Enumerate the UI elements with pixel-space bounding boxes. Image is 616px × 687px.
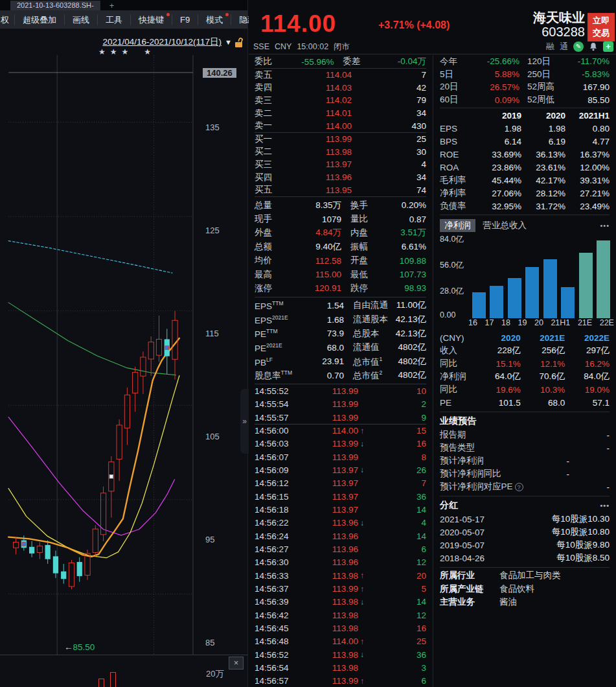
return-value: 5.88%: [466, 69, 519, 79]
metric-label: BPS: [440, 137, 477, 146]
forecast-value: -: [607, 443, 610, 453]
more-options-icon[interactable]: •••: [600, 502, 610, 509]
metric-value: 1.98: [521, 124, 565, 134]
bid-row[interactable]: 买二113.9830: [255, 146, 426, 159]
bid-row[interactable]: 买四113.9634: [255, 171, 426, 184]
ask-row[interactable]: 卖四114.0342: [255, 82, 426, 95]
valuation-label: PE2021E: [255, 342, 310, 353]
industry-value: 酱油: [499, 596, 517, 608]
menu-item-超级叠加[interactable]: 超级叠加: [15, 14, 65, 25]
low-price-annotation: ←85.50: [64, 642, 95, 652]
menu-item-快捷键[interactable]: 快捷键: [131, 14, 172, 25]
financials-header-row: 201920202021H1: [440, 109, 610, 122]
forecast-value: -: [567, 456, 570, 466]
valuation-label: 总市值1: [344, 356, 388, 368]
tick-row: 14:56:37113.99↑5: [255, 582, 426, 595]
label-superscript: LF: [266, 356, 273, 363]
level-label: 买五: [255, 184, 283, 196]
valuation-value: 4802亿: [388, 369, 426, 381]
menu-item-F9[interactable]: F9: [172, 14, 198, 25]
tab-net-profit[interactable]: 净利润: [440, 219, 475, 232]
level-volume: 34: [352, 172, 426, 182]
tick-price: 113.96: [301, 518, 358, 528]
valuation-value: 23.91: [310, 356, 344, 366]
industry-section: 所属行业食品加工与肉类所属产业链食品饮料主营业务酱油: [440, 567, 610, 612]
bid-row[interactable]: 买五113.9574: [255, 183, 426, 196]
new-tab-button[interactable]: +: [109, 1, 115, 10]
tick-row: 14:56:00114.00↑15: [255, 424, 426, 437]
tick-price: 113.97: [301, 505, 358, 515]
ask-row[interactable]: 卖三114.0279: [255, 94, 426, 107]
dividend-amount: 每10股派10.80: [552, 526, 610, 538]
tick-list[interactable]: 14:55:52113.991014:55:54113.99214:55:571…: [255, 384, 426, 687]
valuation-label: 总市值2: [344, 369, 388, 382]
return-value: 0.09%: [466, 95, 519, 105]
tab-total-revenue[interactable]: 营业总收入: [483, 220, 527, 231]
menu-item-工具[interactable]: 工具: [98, 14, 131, 25]
tab-strip: 2021-10-13-603288.SH- +: [0, 0, 247, 10]
add-watchlist-icon[interactable]: +: [603, 41, 613, 52]
tick-time: 14:56:48: [255, 636, 301, 646]
tick-row: 14:56:57113.99↑6: [255, 675, 426, 687]
metric-label: 净利率: [440, 187, 477, 199]
ask-row[interactable]: 卖二114.0134: [255, 107, 426, 120]
return-label: 120日: [519, 56, 556, 67]
menu-item-画线[interactable]: 画线: [65, 14, 98, 25]
stat-value: 112.58: [286, 256, 341, 266]
tick-time: 14:56:09: [255, 465, 301, 475]
quote-detail-panel: 委比 -55.96% 委差 -0.04万 卖五114.047卖四114.0342…: [249, 55, 432, 687]
level-label: 卖二: [255, 108, 283, 119]
bid-row[interactable]: 买三113.974: [255, 158, 426, 171]
tick-price: 114.00: [301, 426, 358, 436]
quote-icons: 融 通 ✎ +: [546, 41, 613, 52]
down-arrow-icon: ↓: [358, 439, 370, 448]
estimates-row: 收入228亿256亿297亿: [440, 344, 610, 357]
tick-price: 113.99: [301, 676, 358, 686]
panel-expander-handle[interactable]: »: [240, 389, 249, 454]
tick-volume: 14: [370, 505, 426, 515]
alert-bell-icon[interactable]: [589, 42, 598, 51]
ratio-value: -55.96%: [280, 57, 341, 67]
valuation-row: PE2021E68.0流通值4802亿: [255, 340, 426, 355]
more-options-icon[interactable]: •••: [600, 222, 610, 229]
tick-row: 14:55:54113.992: [255, 398, 426, 411]
tick-time: 14:56:30: [255, 557, 301, 567]
industry-label: 所属行业: [440, 570, 499, 581]
up-arrow-icon: ↑: [358, 426, 370, 436]
valuation-stats: EPSTTM1.54自由流通11.00亿EPS2021E1.68流通股本42.1…: [255, 297, 426, 385]
document-tab[interactable]: 2021-10-13-603288.SH-: [10, 1, 100, 10]
profit-bar-chart: 84.0亿56.0亿28.0亿0.00: [440, 237, 610, 318]
close-icon[interactable]: ×: [229, 657, 244, 670]
trade-now-button[interactable]: 立即交易: [587, 13, 615, 41]
ask-row[interactable]: 卖五114.047: [255, 69, 426, 82]
metric-value: 45.44%: [477, 176, 521, 185]
dividend-date: 2020-05-07: [440, 528, 485, 537]
menu-item-权[interactable]: 权: [0, 14, 15, 25]
axis-label-135: 135: [205, 122, 220, 132]
dividend-amount: 每10股派8.50: [556, 552, 610, 564]
volume-axis-label: 20万: [206, 668, 223, 680]
metric-value: 23.49%: [565, 202, 610, 211]
level-label: 买二: [255, 146, 283, 157]
tick-price: 113.97: [301, 465, 358, 475]
forecast-value: -: [567, 469, 570, 479]
bid-row[interactable]: 买一113.9925: [255, 133, 426, 146]
level-label: 卖五: [255, 69, 283, 81]
valuation-label: PETTM: [255, 328, 310, 339]
stat-value: 107.73: [375, 270, 426, 279]
menu-item-模式[interactable]: 模式: [198, 14, 231, 25]
stat-label: 量比: [341, 213, 375, 225]
year-header: 2019: [477, 111, 521, 121]
stat-row: 均价112.58开盘109.88: [255, 254, 426, 268]
chevron-down-icon[interactable]: ▼: [225, 38, 232, 46]
edit-icon[interactable]: ✎: [573, 41, 584, 52]
return-row: 5日5.88%250日-5.83%: [440, 68, 610, 81]
help-icon[interactable]: ?: [515, 483, 523, 491]
kline-chart[interactable]: [0, 55, 202, 655]
date-range-link[interactable]: 2021/04/16-2021/10/12(117日): [102, 36, 222, 48]
ask-row[interactable]: 卖一114.00430: [255, 119, 426, 132]
dividend-date: 2018-04-26: [440, 553, 485, 563]
return-value: -11.70%: [556, 56, 610, 66]
volume-bar: [110, 672, 116, 687]
lock-icon[interactable]: [235, 38, 244, 47]
